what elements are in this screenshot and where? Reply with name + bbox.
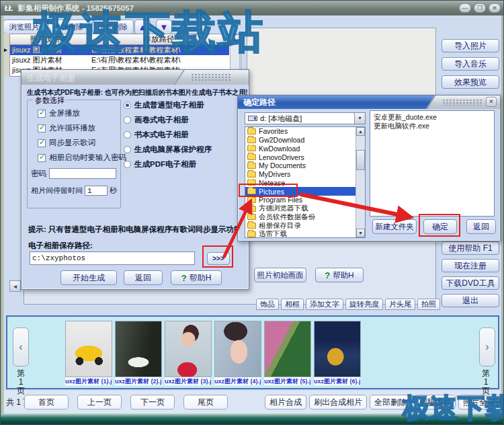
right-button-2[interactable]: 导入音乐 bbox=[442, 57, 499, 71]
folder-icon bbox=[247, 231, 256, 237]
toolbar-button-2[interactable]: 单张删除 bbox=[48, 20, 89, 34]
thumbnails-prev-button[interactable]: ‹ bbox=[13, 327, 29, 366]
right-button-bottom-1[interactable]: 使用帮助 F1 bbox=[442, 241, 499, 255]
path-back-button[interactable]: 返回 bbox=[466, 219, 496, 234]
interval-field[interactable] bbox=[85, 186, 108, 196]
folder-item[interactable]: Program Files bbox=[245, 196, 355, 204]
folder-item[interactable]: Favorites bbox=[245, 127, 355, 136]
cell-path: E:\有用\教程素材\教程素材\ bbox=[89, 55, 229, 65]
thumbnail-item[interactable]: uxz图片素材 (6).j bbox=[314, 321, 361, 385]
right-button-1[interactable]: 导入照片 bbox=[442, 39, 499, 52]
table-scroll-up-button[interactable]: ▲ bbox=[230, 34, 240, 44]
tab-2[interactable]: 相框 bbox=[281, 299, 304, 310]
drive-dropdown-arrow-icon[interactable]: ▾ bbox=[354, 113, 365, 124]
radio-unselected-icon[interactable] bbox=[124, 131, 131, 139]
album-help-button[interactable]: ?帮助H bbox=[171, 270, 222, 285]
bottom-nav-button-3[interactable]: 下一页 bbox=[130, 395, 175, 410]
folder-item[interactable]: Netease bbox=[245, 179, 355, 188]
bottom-action-button-5[interactable]: 照片全屏预览 bbox=[458, 395, 504, 410]
right-button-bottom-3[interactable]: 下载DVD工具 bbox=[442, 276, 499, 290]
checkbox-checked-icon[interactable] bbox=[38, 124, 46, 132]
folder-list-scrollbar[interactable]: ▲ ▼ bbox=[355, 127, 365, 237]
folder-icon bbox=[247, 180, 256, 186]
folder-item[interactable]: 迅雷下载 bbox=[245, 230, 355, 239]
table-header-filename[interactable]: 照片文件名 bbox=[10, 34, 89, 45]
radio-selected-icon[interactable] bbox=[124, 102, 131, 109]
path-dialog-titlebar[interactable]: 确定路径 ✕ bbox=[238, 95, 500, 109]
folder-item[interactable]: My Documents bbox=[245, 161, 355, 170]
confirm-button[interactable]: 确定 bbox=[423, 219, 457, 234]
folder-icon bbox=[247, 206, 256, 212]
panel-help-button[interactable]: ?帮助H bbox=[315, 268, 364, 282]
thumbnails-next-button[interactable]: › bbox=[479, 327, 495, 366]
radio-unselected-icon[interactable] bbox=[124, 146, 131, 153]
bottom-nav-button-2[interactable]: 上一页 bbox=[77, 395, 122, 410]
table-row[interactable]: jisuxz 图片素材E:\有用\教程素材\教程素材\ bbox=[10, 45, 229, 55]
bottom-action-button-1[interactable]: 相片合成 bbox=[265, 395, 306, 410]
move-down-button[interactable]: ▼ bbox=[156, 20, 172, 34]
folder-name: KwDownload bbox=[259, 145, 300, 153]
toolbar-button-3[interactable]: 全部删除 bbox=[92, 20, 134, 34]
album-dialog-titlebar[interactable]: 生成电子相册 bbox=[22, 70, 249, 85]
bottom-action-button-3[interactable]: 全部删除 bbox=[370, 395, 411, 410]
path-dialog-close-icon[interactable]: ✕ bbox=[486, 97, 497, 107]
checkbox-checked-icon[interactable] bbox=[38, 154, 46, 162]
bottom-nav-button-4[interactable]: 尾页 bbox=[183, 395, 228, 410]
table-scroll-left-button[interactable]: ◂ bbox=[9, 280, 21, 292]
maximize-button[interactable]: ❐ bbox=[474, 3, 486, 13]
folder-scroll-down-icon[interactable]: ▼ bbox=[356, 229, 365, 237]
tab-6[interactable]: 拍照 bbox=[417, 299, 440, 310]
save-path-field[interactable] bbox=[30, 252, 195, 265]
radio-unselected-icon[interactable] bbox=[124, 116, 131, 124]
folder-item[interactable]: Pictures bbox=[245, 187, 355, 196]
file-item[interactable]: 更新电脑软件.exe bbox=[374, 122, 491, 130]
browse-path-button[interactable]: >>> bbox=[207, 252, 230, 265]
tab-1[interactable]: 饰品 bbox=[256, 299, 279, 310]
checkbox-row: 允许循环播放 bbox=[38, 124, 126, 132]
path-dialog-title: 确定路径 bbox=[243, 97, 276, 108]
thumbnail-item[interactable]: uxz图片素材 (3).j bbox=[165, 321, 212, 385]
folder-scroll-thumb[interactable] bbox=[356, 150, 365, 170]
right-button-3[interactable]: 效果预览 bbox=[442, 75, 499, 89]
toolbar-button-1[interactable]: 浏览照片 bbox=[3, 20, 45, 34]
interval-row: 相片间停留时间 秒 bbox=[31, 186, 117, 196]
bottom-nav-button-1[interactable]: 首页 bbox=[24, 395, 69, 410]
start-generate-button[interactable]: 开始生成 bbox=[60, 270, 117, 285]
checkbox-checked-icon[interactable] bbox=[38, 110, 46, 118]
tab-4[interactable]: 旋转亮度 bbox=[345, 299, 383, 310]
table-row[interactable]: jisuxz 图片素材E:\有用\教程素材\教程素材\ bbox=[10, 55, 229, 65]
thumbnail-item[interactable]: uxz图片素材 (2).j bbox=[115, 321, 162, 385]
folder-item[interactable]: MyDrivers bbox=[245, 170, 355, 179]
thumbnail-item[interactable]: uxz图片素材 (5).j bbox=[264, 321, 311, 385]
folder-item[interactable]: LenovoDrivers bbox=[245, 153, 355, 161]
radio-unselected-icon[interactable] bbox=[124, 161, 131, 168]
thumbnail-image bbox=[65, 321, 112, 377]
tab-3[interactable]: 添加文字 bbox=[306, 299, 343, 310]
table-header-path[interactable]: 存放路径 bbox=[89, 34, 229, 45]
password-field[interactable] bbox=[49, 168, 116, 179]
checkbox-row: 相册启动时要输入密码 bbox=[38, 153, 126, 162]
close-button[interactable]: ✕ bbox=[489, 3, 501, 13]
photo-initial-view-button[interactable]: 照片初始画面 bbox=[254, 268, 306, 282]
thumbnail-item[interactable]: uxz图片素材 (1).j bbox=[65, 321, 112, 385]
folder-item[interactable]: Gw2Download bbox=[245, 136, 355, 145]
bottom-action-button-2[interactable]: 刷出合成相片 bbox=[309, 395, 367, 410]
folder-item[interactable]: 会员软件数据备份 bbox=[245, 213, 355, 222]
thumbnail-item[interactable]: uxz图片素材 (4).j bbox=[214, 321, 261, 385]
right-button-bottom-2[interactable]: 现在注册 bbox=[442, 259, 499, 272]
checkbox-checked-icon[interactable] bbox=[38, 139, 46, 147]
checkbox-row: 同步显示歌词 bbox=[38, 139, 126, 147]
tab-5[interactable]: 片头尾 bbox=[385, 299, 415, 310]
new-folder-button[interactable]: 新建文件夹 bbox=[372, 219, 417, 234]
folder-item[interactable]: KwDownload bbox=[245, 145, 355, 153]
bottom-action-button-4[interactable]: 刷新图片 bbox=[414, 395, 456, 410]
folder-item[interactable]: 方德浏览器下载 bbox=[245, 204, 355, 213]
folder-scroll-up-icon[interactable]: ▲ bbox=[356, 127, 365, 136]
drive-select[interactable]: d: [本地磁盘] ▾ bbox=[245, 112, 366, 124]
folder-item[interactable]: 相册保存目录 bbox=[245, 221, 355, 230]
move-up-button[interactable]: ▲ bbox=[134, 20, 151, 34]
minimize-button[interactable]: — bbox=[459, 3, 471, 13]
right-button-bottom-4[interactable]: 退出 bbox=[442, 294, 499, 307]
album-back-button[interactable]: 返回 bbox=[124, 270, 163, 285]
file-item[interactable]: 安卓更新_duote.exe bbox=[374, 113, 491, 122]
